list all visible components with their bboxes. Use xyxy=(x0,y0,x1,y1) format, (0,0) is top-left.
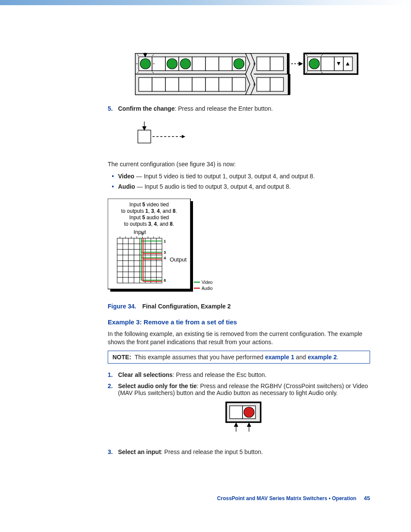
footer-title: CrossPoint and MAV Series Matrix Switche… xyxy=(217,495,356,501)
figure-two-button-panel xyxy=(118,401,370,436)
bullet-video: • Video — Input 5 video is tied to outpu… xyxy=(108,173,370,180)
figure-34: Input 5 video tied to outputs 1, 3, 4, a… xyxy=(108,199,370,293)
svg-rect-34 xyxy=(270,78,283,91)
svg-rect-29 xyxy=(219,78,232,91)
svg-rect-31 xyxy=(257,57,270,71)
svg-text:Audio: Audio xyxy=(202,286,213,291)
svg-text:Output: Output xyxy=(170,256,187,263)
svg-rect-23 xyxy=(139,78,152,91)
note-box: NOTE:This example assumes that you have … xyxy=(108,351,370,364)
figure-34-caption: Figure 34.Final Configuration, Example 2 xyxy=(108,303,370,310)
svg-rect-27 xyxy=(192,78,206,91)
svg-rect-30 xyxy=(232,78,246,91)
step-5-rest: : Press and release the Enter button. xyxy=(174,105,273,112)
svg-rect-107 xyxy=(230,406,243,419)
svg-rect-10 xyxy=(206,57,219,71)
step-3-rest: : Press and release the input 5 button. xyxy=(161,448,263,455)
svg-marker-111 xyxy=(234,423,238,426)
svg-text:Input 5 audio tied: Input 5 audio tied xyxy=(129,215,169,221)
figure-single-button xyxy=(122,121,370,151)
svg-rect-32 xyxy=(270,57,283,71)
bullet-dot: • xyxy=(108,173,118,180)
svg-rect-11 xyxy=(219,57,232,71)
figure-title: Final Configuration, Example 2 xyxy=(142,303,230,310)
svg-rect-25 xyxy=(165,78,179,91)
svg-point-13 xyxy=(140,59,151,69)
ex3-step-1: 1. Clear all selections: Press and relea… xyxy=(108,371,370,378)
step-number: 3. xyxy=(108,448,118,455)
svg-point-15 xyxy=(181,59,191,69)
step-2-bold: Select audio only for the tie xyxy=(118,383,197,389)
svg-point-109 xyxy=(244,407,254,417)
figure-label: Figure 34. xyxy=(108,303,136,310)
footer-page-number: 45 xyxy=(364,495,370,501)
note-t2: and xyxy=(294,354,308,361)
svg-marker-54 xyxy=(143,127,146,130)
svg-point-14 xyxy=(167,59,177,69)
svg-rect-33 xyxy=(257,78,270,91)
svg-text:3: 3 xyxy=(164,250,166,255)
svg-rect-3 xyxy=(288,74,290,95)
ex3-step-2: 2. Select audio only for the tie: Press … xyxy=(108,383,370,396)
svg-text:to outputs 1, 3, 4, and 8.: to outputs 1, 3, 4, and 8. xyxy=(121,208,177,214)
bullet-audio-r: — Input 5 audio is tied to output 3, out… xyxy=(135,183,291,190)
svg-rect-52 xyxy=(138,130,151,143)
note-t3: . xyxy=(337,354,339,361)
step-number: 2. xyxy=(108,383,118,396)
svg-point-16 xyxy=(234,59,244,69)
step-1-rest: : Press and release the Esc button. xyxy=(173,371,267,378)
svg-rect-1 xyxy=(287,53,290,74)
bullet-video-b: Video xyxy=(118,173,134,180)
note-t1: This example assumes that you have perfo… xyxy=(135,354,265,361)
step-number: 5. xyxy=(108,105,118,112)
example-3-intro: In the following example, an existing ti… xyxy=(108,330,370,346)
svg-text:1: 1 xyxy=(164,239,166,243)
svg-text:Input 5 video tied: Input 5 video tied xyxy=(129,202,168,208)
bullet-audio-b: Audio xyxy=(118,183,135,190)
svg-text:Input: Input xyxy=(134,229,146,235)
note-label: NOTE: xyxy=(112,354,131,361)
figure-button-panel xyxy=(122,53,370,96)
header-gradient-bar xyxy=(0,0,411,5)
heading-example-3: Example 3: Remove a tie from a set of ti… xyxy=(108,318,370,326)
svg-text:8: 8 xyxy=(164,278,166,283)
svg-text:4: 4 xyxy=(164,256,166,260)
link-example-1[interactable]: example 1 xyxy=(265,354,294,361)
bullet-dot: • xyxy=(108,183,118,190)
step-number: 1. xyxy=(108,371,118,378)
svg-rect-42 xyxy=(321,57,334,71)
config-intro: The current configuration (see figure 34… xyxy=(108,160,370,168)
step-1-bold: Clear all selections xyxy=(118,371,173,378)
step-5-bold: Confirm the change xyxy=(118,105,174,112)
page-footer: CrossPoint and MAV Series Matrix Switche… xyxy=(217,495,370,501)
svg-marker-113 xyxy=(247,423,251,426)
svg-rect-9 xyxy=(192,57,206,71)
svg-point-45 xyxy=(309,59,320,69)
link-example-2[interactable]: example 2 xyxy=(308,354,337,361)
svg-marker-56 xyxy=(182,135,185,138)
svg-rect-4 xyxy=(246,54,254,94)
ex3-step-3: 3. Select an input: Press and release th… xyxy=(108,448,370,455)
svg-rect-24 xyxy=(152,78,165,91)
svg-rect-26 xyxy=(179,78,192,91)
svg-text:Video: Video xyxy=(202,280,213,285)
step-5: 5. Confirm the change: Press and release… xyxy=(108,105,370,112)
svg-rect-28 xyxy=(206,78,219,91)
svg-text:5: 5 xyxy=(141,232,143,236)
svg-text:to outputs 3, 4, and 8.: to outputs 3, 4, and 8. xyxy=(124,221,174,227)
bullet-audio: • Audio — Input 5 audio is tied to outpu… xyxy=(108,183,370,190)
step-3-bold: Select an input xyxy=(118,448,161,455)
bullet-video-r: — Input 5 video is tied to output 1, out… xyxy=(134,173,315,180)
svg-marker-38 xyxy=(299,62,302,65)
